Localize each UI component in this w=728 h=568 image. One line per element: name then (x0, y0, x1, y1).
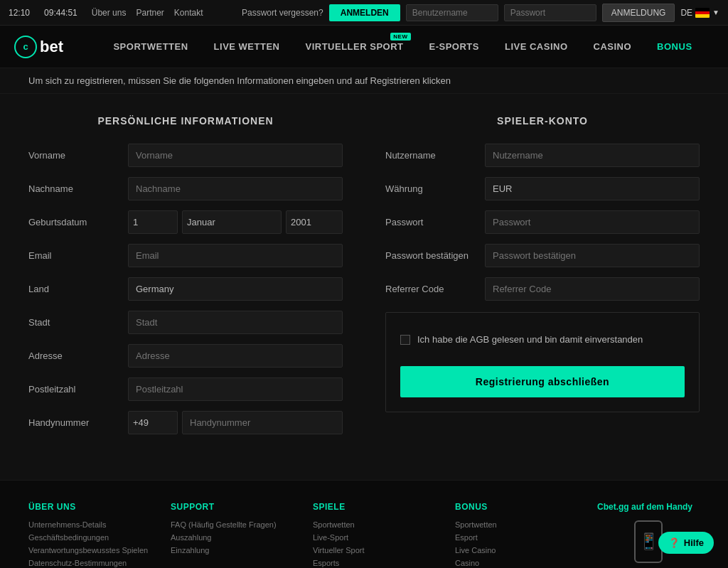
footer-link[interactable]: Verantwortungsbewusstes Spielen (28, 546, 156, 554)
logo[interactable]: c bet (14, 36, 63, 58)
new-badge: NEW (390, 33, 410, 41)
nav-live-wetten[interactable]: LIVE WETTEN (201, 26, 293, 68)
footer-link[interactable]: Esports (313, 559, 441, 567)
vorname-input[interactable] (128, 144, 343, 167)
nachname-label: Nachname (28, 183, 128, 194)
agb-text: Ich habe die AGB gelesen und bin damit e… (417, 334, 643, 345)
land-select[interactable]: GermanyAustriaSwitzerland (128, 277, 343, 301)
nav-casino[interactable]: CASINO (581, 26, 645, 68)
help-label: Hilfe (684, 537, 704, 548)
email-row: Email (28, 244, 343, 267)
waehrung-select[interactable]: EURUSDBTC (485, 177, 700, 200)
footer-bonus-title: BONUS (455, 502, 583, 512)
password-input[interactable] (504, 4, 596, 21)
footer-link[interactable]: Esport (455, 533, 583, 542)
nav-esports[interactable]: E-SPORTS (417, 26, 492, 68)
postleitzahl-label: Postleitzahl (28, 384, 128, 395)
postleitzahl-input[interactable] (128, 377, 343, 401)
handynummer-row: Handynummer +49+43+41 (28, 411, 343, 434)
footer-link[interactable]: Live-Sport (313, 533, 441, 542)
login-button[interactable]: ANMELDEN (329, 4, 400, 21)
postleitzahl-row: Postleitzahl (28, 377, 343, 401)
vorname-row: Vorname (28, 144, 343, 167)
nav-sportwetten[interactable]: SPORTWETTEN (100, 26, 200, 68)
adresse-input[interactable] (128, 344, 343, 368)
referrer-row: Referrer Code (385, 277, 700, 301)
form-columns: PERSÖNLICHE INFORMATIONEN Vorname Nachna… (28, 115, 700, 444)
footer-ueber-uns-title: ÜBER UNS (28, 502, 156, 512)
nav-kontakt[interactable]: Kontakt (174, 8, 203, 18)
nutzername-row: Nutzername (385, 144, 700, 167)
time-display: 12:10 (9, 8, 30, 18)
nav-partner[interactable]: Partner (136, 8, 164, 18)
stadt-row: Stadt (28, 311, 343, 334)
footer-spiele-title: SPIELE (313, 502, 441, 512)
passwort-bestaetigen-row: Passwort bestätigen (385, 244, 700, 267)
nav-ueber-uns[interactable]: Über uns (92, 8, 127, 18)
footer-link[interactable]: FAQ (Häufig Gestellte Fragen) (171, 520, 299, 529)
lang-label: DE (680, 8, 692, 18)
logo-text: bet (40, 38, 63, 56)
account-column: SPIELER-KONTO Nutzername Währung EURUSDB… (385, 115, 700, 444)
footer-link[interactable]: Sportwetten (455, 520, 583, 529)
footer-link[interactable]: Auszahlung (171, 533, 299, 542)
chevron-down-icon: ▼ (712, 9, 719, 16)
passwort-bestaetigen-input[interactable] (485, 244, 700, 267)
footer-col-support: SUPPORT FAQ (Häufig Gestellte Fragen) Au… (171, 502, 299, 568)
phone-prefix-select[interactable]: +49+43+41 (128, 411, 178, 434)
nachname-row: Nachname (28, 177, 343, 200)
flag-icon (695, 8, 710, 18)
footer-link[interactable]: Sportwetten (313, 520, 441, 529)
email-label: Email (28, 250, 128, 261)
info-bar: Um sich zu registrieren, müssen Sie die … (0, 68, 728, 94)
clock-display: 09:44:51 (44, 8, 77, 18)
nav-bonus[interactable]: BONUS (644, 26, 705, 68)
phone-group: +49+43+41 (128, 411, 343, 434)
register-top-button[interactable]: ANMELDUNG (602, 4, 675, 22)
footer-link[interactable]: Virtueller Sport (313, 546, 441, 554)
phone-input[interactable] (182, 411, 343, 434)
dob-year-select[interactable]: 200120001999 (286, 210, 343, 234)
dob-group: 123 JanuarFebruarMärz 200120001999 (128, 210, 343, 234)
help-button[interactable]: ❓ Hilfe (658, 532, 714, 554)
logo-circle: c (14, 36, 37, 58)
nav-live-casino[interactable]: LIVE CASINO (492, 26, 581, 68)
footer-link[interactable]: Casino (455, 559, 583, 567)
dob-month-select[interactable]: JanuarFebruarMärz (182, 210, 282, 234)
footer-link[interactable]: Datenschutz-Bestimmungen (28, 559, 156, 567)
agb-row: Ich habe die AGB gelesen und bin damit e… (400, 327, 685, 352)
top-bar-left: 12:10 09:44:51 Über uns Partner Kontakt (9, 8, 203, 18)
nachname-input[interactable] (128, 177, 343, 200)
email-input[interactable] (128, 244, 343, 267)
handynummer-label: Handynummer (28, 417, 128, 428)
referrer-input[interactable] (485, 277, 700, 301)
vorname-label: Vorname (28, 150, 128, 161)
footer-columns: ÜBER UNS Unternehmens-Details Geschäftsb… (28, 502, 700, 568)
footer-link[interactable]: Einzahlung (171, 546, 299, 554)
forgot-password-link[interactable]: Passwort vergessen? (242, 8, 323, 18)
footer-link[interactable]: Geschäftsbedingungen (28, 533, 156, 542)
info-text: Um sich zu registrieren, müssen Sie die … (28, 75, 451, 86)
footer-col-spiele: SPIELE Sportwetten Live-Sport Virtueller… (313, 502, 441, 568)
personal-info-column: PERSÖNLICHE INFORMATIONEN Vorname Nachna… (28, 115, 343, 444)
waehrung-label: Währung (385, 183, 485, 194)
register-button[interactable]: Registrierung abschließen (400, 366, 685, 397)
nutzername-label: Nutzername (385, 150, 485, 161)
language-selector[interactable]: DE ▼ (680, 8, 719, 18)
stadt-input[interactable] (128, 311, 343, 334)
nav-virtueller-sport[interactable]: VIRTUELLER SPORT NEW (292, 26, 416, 68)
nav-bar: c bet SPORTWETTEN LIVE WETTEN VIRTUELLER… (0, 26, 728, 68)
username-input[interactable] (406, 4, 498, 21)
agb-checkbox[interactable] (400, 335, 410, 345)
adresse-row: Adresse (28, 344, 343, 368)
passwort-input[interactable] (485, 210, 700, 234)
footer-link[interactable]: Unternehmens-Details (28, 520, 156, 529)
dob-day-select[interactable]: 123 (128, 210, 178, 234)
top-bar-right: Passwort vergessen? ANMELDEN ANMELDUNG D… (242, 4, 719, 22)
geburtsdatum-row: Geburtsdatum 123 JanuarFebruarMärz 20012… (28, 210, 343, 234)
footer-link[interactable]: Live Casino (455, 546, 583, 554)
passwort-label: Passwort (385, 217, 485, 227)
passwort-row: Passwort (385, 210, 700, 234)
nutzername-input[interactable] (485, 144, 700, 167)
geburtsdatum-label: Geburtsdatum (28, 217, 128, 227)
